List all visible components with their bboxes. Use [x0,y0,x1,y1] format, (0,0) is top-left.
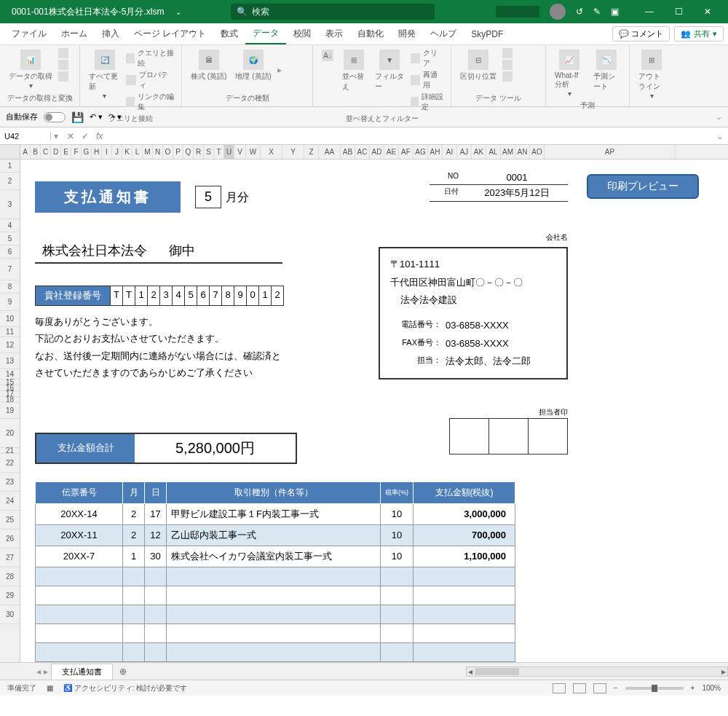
col-header[interactable]: J [112,145,122,159]
col-header[interactable]: S [204,145,214,159]
col-header[interactable]: AA [319,145,341,159]
row-header[interactable]: 23 [0,473,20,492]
undo-button[interactable]: ↶ ▾ [90,112,103,122]
edit-links-button[interactable]: リンクの編集 [126,92,175,112]
row-header[interactable]: 27 [0,548,20,567]
row-header[interactable]: 20 [0,419,20,448]
share-button[interactable]: 👥 共有 ▾ [674,26,724,42]
refresh-all-button[interactable]: 🔄すべて更新▾ [86,48,123,101]
col-header[interactable]: AK [472,145,486,159]
row-header[interactable]: 26 [0,530,20,548]
col-header[interactable]: AJ [457,145,472,159]
page-layout-button[interactable] [573,683,586,693]
menu-insert[interactable]: 挿入 [95,23,127,44]
menu-pagelayout[interactable]: ページ レイアウト [127,23,213,44]
col-header[interactable]: AL [486,145,501,159]
col-header[interactable]: L [132,145,143,159]
get-data-button[interactable]: 📊データの取得▾ [6,48,55,91]
advanced-button[interactable]: 詳細設定 [411,92,445,112]
row-header[interactable]: 3 [0,190,20,219]
menu-view[interactable]: 表示 [318,23,350,44]
col-header[interactable]: T [214,145,224,159]
col-header[interactable]: Z [304,145,319,159]
row-header[interactable]: 6 [0,245,20,259]
tab-nav-first-icon[interactable]: ◂ [36,666,41,677]
col-header[interactable]: C [41,145,51,159]
col-header[interactable]: E [61,145,71,159]
macro-icon[interactable]: ▦ [47,684,53,692]
col-header[interactable]: AO [530,145,545,159]
col-header[interactable]: U [224,145,234,159]
row-header[interactable]: 11 [0,327,20,337]
filename-dropdown-icon[interactable]: ⌄ [175,8,181,16]
col-header[interactable]: W [246,145,261,159]
col-header[interactable]: AH [428,145,443,159]
sort-az-button[interactable]: A↓ [319,48,336,64]
expand-formula-icon[interactable]: ⌄ [712,131,728,141]
col-header[interactable]: P [173,145,183,159]
name-box[interactable]: U42 [0,132,51,141]
col-header[interactable]: AM [501,145,515,159]
zoom-in-button[interactable]: + [691,684,695,692]
cancel-icon[interactable]: ✕ [67,131,74,141]
col-header[interactable]: Q [183,145,194,159]
redo-button[interactable]: ↷ ▾ [108,112,122,122]
row-header[interactable]: 9 [0,294,20,311]
queries-connections-button[interactable]: クエリと接続 [126,48,175,68]
col-header[interactable]: AN [515,145,530,159]
enter-icon[interactable]: ✓ [82,131,89,141]
filter-button[interactable]: ▼フィルター [372,48,408,93]
from-text-icon[interactable] [58,48,68,58]
row-header[interactable]: 2 [0,173,20,190]
print-preview-button[interactable]: 印刷プレビュー [587,174,699,199]
tab-nav-prev-icon[interactable]: ▸ [44,666,48,677]
col-header[interactable]: X [261,145,282,159]
row-header[interactable]: 10 [0,311,20,327]
col-header[interactable]: I [102,145,112,159]
fx-icon[interactable]: fx [96,131,103,141]
autosave-toggle[interactable] [44,112,66,122]
row-header[interactable]: 28 [0,567,20,586]
zoom-out-button[interactable]: − [614,684,618,692]
col-header[interactable]: AB [341,145,355,159]
row-header[interactable]: 4 [0,219,20,232]
row-header[interactable]: 18 [0,397,20,403]
zoom-value[interactable]: 100% [702,684,721,692]
row-header[interactable]: 25 [0,511,20,530]
col-header[interactable]: A [20,145,31,159]
col-header[interactable]: D [51,145,61,159]
col-header[interactable]: AI [443,145,457,159]
window-mode-icon[interactable]: ▣ [611,7,619,17]
col-header[interactable]: N [153,145,163,159]
col-header[interactable]: B [31,145,41,159]
stocks-button[interactable]: 🏛株式 (英語) [188,48,229,83]
geography-button[interactable]: 🌍地理 (英語) [232,48,274,83]
page-break-button[interactable] [593,683,606,693]
maximize-button[interactable]: ☐ [664,1,693,22]
zoom-slider[interactable] [625,687,684,690]
sort-button[interactable]: ⊞並べ替え [339,48,369,93]
row-header[interactable]: 13 [0,353,20,369]
outline-button[interactable]: ⊞アウトライン▾ [636,48,668,101]
col-header[interactable]: F [71,145,82,159]
menu-file[interactable]: ファイル [4,23,54,44]
col-header[interactable]: H [92,145,102,159]
from-web-icon[interactable] [58,60,68,70]
normal-view-button[interactable] [553,683,566,693]
menu-automate[interactable]: 自動化 [350,23,391,44]
comment-button[interactable]: 💬 コメント [612,26,670,42]
row-header[interactable]: 30 [0,605,20,624]
row-header[interactable]: 5 [0,232,20,245]
horizontal-scrollbar[interactable]: ◂ ▸ [466,666,728,677]
reapply-button[interactable]: 再適用 [411,70,445,90]
forecast-button[interactable]: 📉予測シート [590,48,623,93]
col-header[interactable]: V [234,145,246,159]
flash-fill-icon[interactable] [502,48,513,58]
row-header[interactable]: 21 [0,448,20,454]
sheet-tab[interactable]: 支払通知書 [51,664,113,680]
row-header[interactable]: 8 [0,280,20,294]
menu-skypdf[interactable]: SkyPDF [464,23,510,44]
whatif-button[interactable]: 📈What-If 分析▾ [552,48,587,99]
col-header[interactable]: G [82,145,92,159]
clear-filter-button[interactable]: クリア [411,48,445,68]
